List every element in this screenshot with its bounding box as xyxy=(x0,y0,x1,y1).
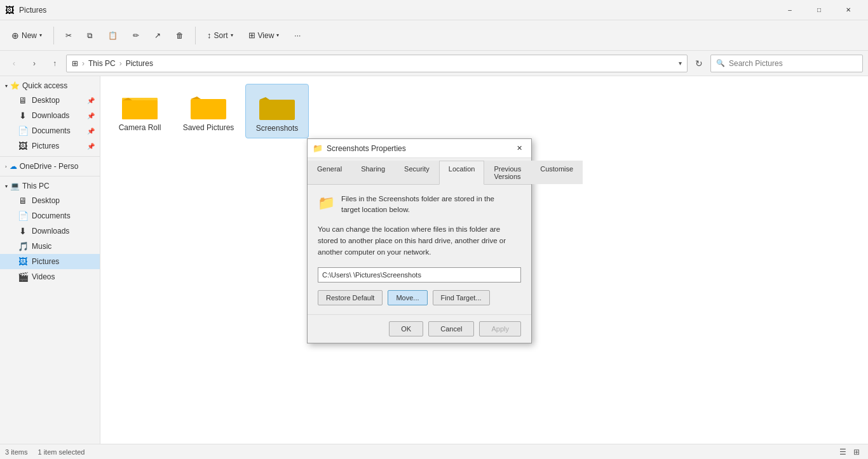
dialog-overlay: 📁 Screenshots Properties ✕ General Shari… xyxy=(0,0,868,459)
dialog-path-value: C:\Users\ \Pictures\Screenshots xyxy=(322,271,421,279)
cancel-button[interactable]: Cancel xyxy=(428,321,474,336)
dialog-titlebar: 📁 Screenshots Properties ✕ xyxy=(308,139,531,158)
find-target-button[interactable]: Find Target... xyxy=(433,290,490,305)
dialog-folder-icon: 📁 xyxy=(313,143,323,153)
dialog-action-buttons: Restore Default Move... Find Target... xyxy=(318,290,521,305)
dialog-path-box[interactable]: C:\Users\ \Pictures\Screenshots xyxy=(318,267,521,283)
move-button[interactable]: Move... xyxy=(388,290,427,305)
dialog-footer: OK Cancel Apply xyxy=(308,314,531,343)
tab-general[interactable]: General xyxy=(308,161,351,184)
ok-button[interactable]: OK xyxy=(389,321,423,336)
tab-location[interactable]: Location xyxy=(439,161,485,185)
tab-sharing[interactable]: Sharing xyxy=(351,161,395,184)
tab-security[interactable]: Security xyxy=(395,161,439,184)
dialog-tabs: General Sharing Security Location Previo… xyxy=(308,158,531,185)
tab-previous-versions[interactable]: Previous Versions xyxy=(484,161,531,184)
dialog-desc: You can change the location where files … xyxy=(318,223,521,258)
dialog-body-folder-icon: 📁 xyxy=(318,195,335,211)
dialog-title: Screenshots Properties xyxy=(327,144,508,153)
dialog-body: 📁 Files in the Screenshots folder are st… xyxy=(308,185,531,314)
dialog-close-button[interactable]: ✕ xyxy=(512,142,526,156)
restore-default-button[interactable]: Restore Default xyxy=(318,290,383,305)
dialog-info-text: Files in the Screenshots folder are stor… xyxy=(341,194,494,216)
tab-customise[interactable]: Customise xyxy=(531,161,583,184)
properties-dialog: 📁 Screenshots Properties ✕ General Shari… xyxy=(307,138,532,343)
apply-button[interactable]: Apply xyxy=(479,321,521,336)
dialog-info-row: 📁 Files in the Screenshots folder are st… xyxy=(318,194,521,216)
